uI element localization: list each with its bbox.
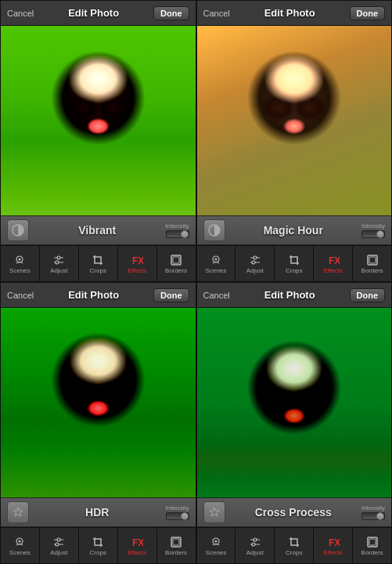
done-button-tr[interactable]: Done — [350, 6, 386, 20]
tool-adjust-bl[interactable]: Adjust — [40, 528, 79, 563]
toolbar-tl: Scenes Adjust Crops FX Effects — [1, 245, 196, 281]
intensity-slider-tr[interactable] — [361, 230, 385, 238]
intensity-slider-tl[interactable] — [166, 230, 189, 238]
effect-name-tr: Magic Hour — [230, 224, 358, 237]
svg-point-2 — [19, 258, 21, 260]
intensity-control-tl[interactable]: Intensity — [166, 222, 189, 238]
effect-name-tl: Vibrant — [34, 224, 161, 237]
intensity-dot-tl — [181, 230, 189, 238]
scenes-icon-br — [210, 536, 222, 548]
tool-scenes-tl[interactable]: Scenes — [1, 246, 40, 281]
adjust-icon-br — [249, 536, 261, 548]
crops-label-tl: Crops — [90, 267, 106, 274]
adjust-icon-tl — [52, 254, 65, 266]
intensity-control-br[interactable]: Intensity — [361, 504, 385, 520]
tool-effects-bl[interactable]: FX Effects — [118, 528, 157, 563]
tool-adjust-tl[interactable]: Adjust — [40, 246, 79, 281]
effect-bar-bl: HDR Intensity — [1, 497, 196, 527]
svg-text:FX: FX — [132, 537, 143, 548]
effects-label-tl: Effects — [128, 267, 146, 274]
adjust-label-br: Adjust — [246, 549, 264, 556]
scenes-icon-tr — [210, 254, 222, 266]
adjust-label-tl: Adjust — [50, 267, 67, 274]
effects-icon-tr: FX — [327, 254, 340, 266]
tool-scenes-tr[interactable]: Scenes — [197, 246, 236, 281]
cancel-button-bl[interactable]: Cancel — [7, 291, 34, 300]
intensity-dot-br — [376, 512, 384, 520]
borders-icon-tl — [170, 254, 182, 266]
svg-rect-29 — [369, 539, 376, 545]
effects-label-tr: Effects — [324, 267, 343, 274]
tool-borders-tl[interactable]: Borders — [157, 246, 196, 281]
intensity-slider-bl[interactable] — [166, 512, 189, 520]
photo-area-tl — [1, 26, 196, 215]
borders-label-br: Borders — [361, 549, 383, 556]
intensity-control-bl[interactable]: Intensity — [166, 504, 189, 520]
header-bottom-left: Cancel Edit Photo Done — [1, 283, 196, 308]
intensity-control-tr[interactable]: Intensity — [361, 222, 385, 238]
panel-bottom-left: Cancel Edit Photo Done HDR Intensity Sce… — [0, 282, 196, 564]
effect-icon-tr — [203, 219, 225, 241]
adjust-icon-tr — [249, 254, 261, 266]
header-bottom-right: Cancel Edit Photo Done — [197, 283, 392, 308]
borders-label-tl: Borders — [165, 267, 187, 274]
done-button-br[interactable]: Done — [350, 288, 386, 302]
svg-rect-22 — [173, 539, 179, 545]
photo-area-bl — [1, 308, 196, 497]
effect-name-br: Cross Process — [230, 506, 358, 519]
adjust-label-bl: Adjust — [50, 549, 67, 556]
svg-point-18 — [57, 538, 60, 541]
intensity-dot-tr — [376, 230, 384, 238]
svg-text:FX: FX — [132, 255, 143, 266]
tool-borders-tr[interactable]: Borders — [353, 246, 391, 281]
borders-label-tr: Borders — [361, 267, 383, 274]
tool-crops-br[interactable]: Crops — [275, 528, 314, 563]
tool-crops-bl[interactable]: Crops — [79, 528, 118, 563]
svg-point-4 — [56, 261, 59, 264]
dog-photo-tl — [1, 26, 196, 215]
intensity-label-br: Intensity — [361, 504, 385, 512]
photo-area-tr — [197, 26, 392, 215]
adjust-icon-bl — [52, 536, 65, 548]
crops-icon-tr — [288, 254, 300, 266]
scenes-icon-tl — [13, 254, 26, 266]
tool-adjust-br[interactable]: Adjust — [236, 528, 275, 563]
scenes-label-br: Scenes — [206, 549, 227, 556]
effects-icon-tl: FX — [131, 254, 143, 266]
toolbar-br: Scenes Adjust Crops FX Effects — [197, 527, 392, 563]
cancel-button-tl[interactable]: Cancel — [7, 9, 34, 18]
tool-effects-tr[interactable]: FX Effects — [314, 246, 353, 281]
cancel-button-br[interactable]: Cancel — [203, 291, 230, 300]
tool-scenes-br[interactable]: Scenes — [197, 528, 236, 563]
toolbar-bl: Scenes Adjust Crops FX Effects — [1, 527, 196, 563]
intensity-slider-br[interactable] — [361, 512, 385, 520]
tool-borders-br[interactable]: Borders — [353, 528, 391, 563]
scenes-label-tl: Scenes — [9, 267, 31, 274]
tool-adjust-tr[interactable]: Adjust — [236, 246, 275, 281]
page-title-tr: Edit Photo — [264, 7, 315, 19]
borders-icon-br — [366, 536, 379, 548]
effect-icon-tl — [7, 219, 29, 241]
scenes-icon-bl — [13, 536, 26, 548]
tool-effects-tl[interactable]: FX Effects — [118, 246, 157, 281]
done-button-tl[interactable]: Done — [153, 6, 189, 20]
toolbar-tr: Scenes Adjust Crops FX Effects — [197, 245, 392, 281]
tool-borders-bl[interactable]: Borders — [157, 528, 196, 563]
borders-label-bl: Borders — [165, 549, 187, 556]
effects-icon-bl: FX — [131, 536, 143, 548]
done-button-bl[interactable]: Done — [153, 288, 189, 302]
effect-bar-tr: Magic Hour Intensity — [197, 215, 392, 245]
panel-top-right: Cancel Edit Photo Done Magic Hour Intens… — [196, 0, 393, 282]
crops-label-tr: Crops — [286, 267, 302, 274]
tool-crops-tr[interactable]: Crops — [275, 246, 314, 281]
effect-bar-br: Cross Process Intensity — [197, 497, 392, 527]
tool-crops-tl[interactable]: Crops — [79, 246, 118, 281]
tool-effects-br[interactable]: FX Effects — [314, 528, 353, 563]
effect-icon-br — [203, 501, 225, 523]
tool-scenes-bl[interactable]: Scenes — [1, 528, 40, 563]
svg-rect-7 — [173, 257, 179, 263]
cancel-button-tr[interactable]: Cancel — [203, 9, 230, 18]
intensity-label-tr: Intensity — [361, 222, 385, 230]
panel-top-left: Cancel Edit Photo Done Vibrant Intensity — [0, 0, 196, 282]
crops-label-br: Crops — [286, 549, 302, 556]
